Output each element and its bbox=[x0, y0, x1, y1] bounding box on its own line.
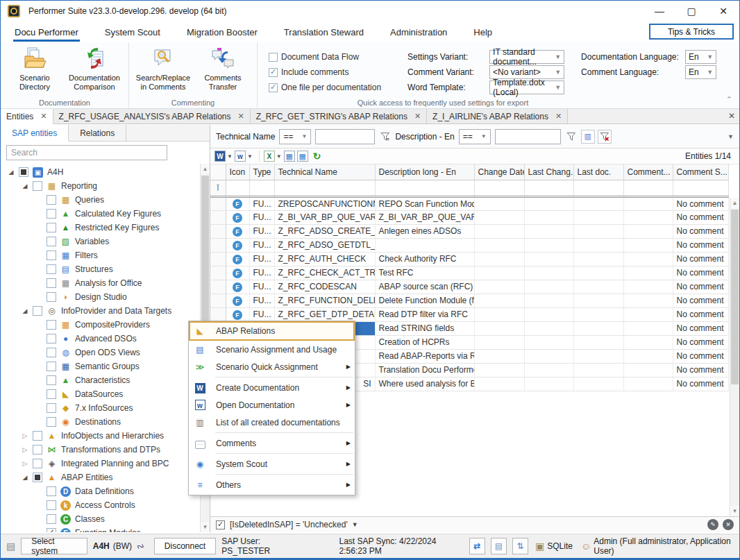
filter-value-input[interactable] bbox=[495, 129, 561, 144]
tree-checkbox[interactable] bbox=[33, 459, 42, 468]
filter-cell[interactable] bbox=[375, 180, 474, 196]
select-value-dropdown[interactable]: En▼ bbox=[685, 50, 716, 64]
minimize-button[interactable]: — bbox=[644, 1, 675, 22]
clear-filter-icon[interactable] bbox=[598, 130, 612, 144]
tree-item[interactable]: ▧Variables bbox=[1, 235, 200, 248]
expand-open-icon[interactable]: ◢ bbox=[19, 307, 31, 314]
ribbon-checkbox-document-data-flow[interactable]: Document Data Flow bbox=[269, 49, 381, 65]
tree-item[interactable]: ▷◈Integrated Planning and BPC bbox=[1, 457, 200, 470]
tree-checkbox[interactable] bbox=[47, 348, 56, 357]
tree-checkbox[interactable] bbox=[47, 251, 56, 260]
tree-item[interactable]: ◢▲ABAP Entities bbox=[1, 470, 200, 484]
column-header-change-date[interactable]: Change Date bbox=[474, 164, 524, 180]
column-header-description-long-en[interactable]: Description long - En bbox=[375, 164, 474, 180]
tips-and-tricks-button[interactable]: Tips & Tricks bbox=[649, 24, 734, 40]
column-header-icon[interactable]: Icon bbox=[226, 164, 249, 180]
tree-checkbox[interactable] bbox=[47, 237, 56, 246]
filter-cell[interactable] bbox=[673, 180, 728, 196]
table-row[interactable]: FFU...Z_RFC_ADSO_CREATE_XAnlegen eines A… bbox=[210, 224, 728, 238]
select-value-dropdown[interactable]: <No variant>▼ bbox=[489, 65, 564, 79]
scroll-down-icon[interactable]: ▼ bbox=[730, 506, 739, 516]
ribbon-button-documentation-comparison[interactable]: Documentation Comparison bbox=[65, 45, 124, 98]
technical-name-cell[interactable]: Z_RFC_ADSO_GETDTL_X bbox=[274, 238, 375, 252]
expand-open-icon[interactable]: ◢ bbox=[19, 474, 31, 481]
menu-tab-migration-booster[interactable]: Migration Booster bbox=[185, 22, 259, 42]
tree-item[interactable]: ◉Destinations bbox=[1, 415, 200, 429]
align-filter-button[interactable]: ⇅ bbox=[512, 538, 528, 554]
filter-operator-select[interactable]: ==▼ bbox=[279, 129, 311, 144]
close-filter-icon[interactable]: ✕ bbox=[723, 519, 734, 530]
column-header-type[interactable]: Type bbox=[249, 164, 274, 180]
tree-item[interactable]: ◢▦Reporting bbox=[1, 179, 200, 193]
filter-cell[interactable] bbox=[274, 180, 375, 196]
table-row[interactable]: FFU...Z_BI_VAR_BP_QUE_VARZ_BI_VAR_BP_QUE… bbox=[210, 210, 728, 224]
filter-operator-select[interactable]: ==▼ bbox=[459, 129, 491, 144]
tree-checkbox[interactable] bbox=[33, 473, 42, 482]
select-value-dropdown[interactable]: IT standard document...▼ bbox=[489, 50, 564, 64]
tree-item[interactable]: ◆7.x InfoSources bbox=[1, 401, 200, 415]
filter-cell[interactable] bbox=[524, 180, 573, 196]
load-layout-button[interactable]: ▦ bbox=[297, 151, 308, 162]
tree-checkbox[interactable] bbox=[47, 528, 56, 532]
tree-item[interactable]: DData Definitions bbox=[1, 484, 200, 498]
ribbon-checkbox-include-comments[interactable]: Include comments bbox=[269, 65, 381, 80]
close-icon[interactable]: ✕ bbox=[555, 112, 562, 121]
tree-item[interactable]: ◗Design Studio bbox=[1, 290, 200, 304]
tabbar-close-icon[interactable]: ✕ bbox=[728, 111, 735, 121]
context-menu-item-scenario-quick-assignment[interactable]: ≫Scenario Quick Assignment▶ bbox=[189, 358, 355, 375]
expand-closed-icon[interactable]: ▷ bbox=[19, 460, 31, 467]
tree-checkbox[interactable] bbox=[47, 514, 56, 524]
tree-item[interactable]: kAccess Controls bbox=[1, 498, 200, 512]
tree-item[interactable]: ▦CompositeProviders bbox=[1, 318, 200, 332]
column-header-last-doc-[interactable]: Last doc. bbox=[573, 164, 623, 180]
menu-tab-help[interactable]: Help bbox=[472, 22, 494, 42]
column-header-last-chang-[interactable]: Last Chang... bbox=[524, 164, 573, 180]
tree-item[interactable]: ▷▲InfoObjects and Hierarchies bbox=[1, 429, 200, 443]
tree-item[interactable]: ◣DataSources bbox=[1, 387, 200, 401]
filter-cell[interactable] bbox=[623, 180, 673, 196]
close-button[interactable]: ✕ bbox=[707, 1, 739, 22]
tree-item[interactable]: ◢▣A4H bbox=[1, 165, 200, 179]
expand-open-icon[interactable]: ◢ bbox=[5, 169, 17, 176]
tree-checkbox[interactable] bbox=[47, 362, 56, 371]
context-menu-item-abap-relations[interactable]: ◣ABAP Relations bbox=[189, 321, 355, 341]
document-tab[interactable]: Z_I_AIRLINE's ABAP Relations✕ bbox=[427, 109, 568, 124]
filterbar-expand-icon[interactable]: ▼ bbox=[728, 133, 734, 140]
tree-checkbox[interactable] bbox=[47, 389, 56, 399]
tree-checkbox[interactable] bbox=[33, 306, 42, 316]
menu-tab-docu-performer[interactable]: Docu Performer bbox=[13, 22, 80, 42]
expand-closed-icon[interactable]: ▷ bbox=[19, 446, 31, 453]
ribbon-button-search-replace-in-comments[interactable]: Search/Replace in Comments bbox=[133, 45, 193, 98]
tree-checkbox[interactable] bbox=[47, 264, 56, 274]
technical-name-cell[interactable]: Z_RFC_ADSO_CREATE_X bbox=[274, 224, 375, 238]
tree-item[interactable]: ▦Queries bbox=[1, 193, 200, 207]
tree-checkbox[interactable] bbox=[47, 375, 56, 385]
tree-item[interactable]: FFunction Modules bbox=[1, 526, 200, 532]
disconnect-button[interactable]: Disconnect bbox=[154, 538, 216, 554]
scroll-up-icon[interactable]: ▲ bbox=[201, 164, 210, 174]
tree-checkbox[interactable] bbox=[33, 445, 42, 455]
column-header-technical-name[interactable]: Technical Name bbox=[274, 164, 375, 180]
tree-checkbox[interactable] bbox=[47, 223, 56, 232]
tree-checkbox[interactable] bbox=[33, 431, 42, 441]
panel-tab-relations[interactable]: Relations bbox=[69, 125, 126, 141]
technical-name-cell[interactable]: Z_RFC_GET_DTP_DETAIL bbox=[274, 307, 375, 321]
checkbox-icon[interactable] bbox=[269, 83, 278, 92]
context-menu-item-system-scout[interactable]: ◉System Scout▶ bbox=[189, 455, 355, 473]
context-menu-item-list-of-all-created-documentations[interactable]: ▥List of all created documentations bbox=[189, 414, 355, 431]
tree-item[interactable]: ▷⋈Transformations and DTPs bbox=[1, 443, 200, 457]
table-row[interactable]: FFU...Z_RFC_CHECK_ACT_TRTest RFCNo comme… bbox=[210, 266, 728, 280]
export-word-button[interactable]: W▼ bbox=[215, 151, 233, 162]
maximize-button[interactable]: ▢ bbox=[675, 1, 707, 22]
tree-item[interactable]: ◍Open ODS Views bbox=[1, 346, 200, 359]
filter-layout-icon[interactable]: ▥ bbox=[581, 130, 595, 144]
edit-filter-icon[interactable]: ✎ bbox=[707, 519, 718, 530]
table-row[interactable]: FFU...Z_RFC_ADSO_GETDTL_XNo comment bbox=[210, 238, 728, 252]
filter-value-input[interactable] bbox=[315, 129, 375, 144]
tree-item[interactable]: ▦Semantic Groups bbox=[1, 359, 200, 373]
tree-item[interactable]: ◢◎InfoProvider and Data Targets bbox=[1, 304, 200, 318]
document-tab[interactable]: Entities✕ bbox=[1, 109, 53, 124]
filter-cell[interactable] bbox=[573, 180, 623, 196]
select-value-dropdown[interactable]: En▼ bbox=[685, 65, 716, 79]
expand-open-icon[interactable]: ◢ bbox=[19, 183, 31, 189]
